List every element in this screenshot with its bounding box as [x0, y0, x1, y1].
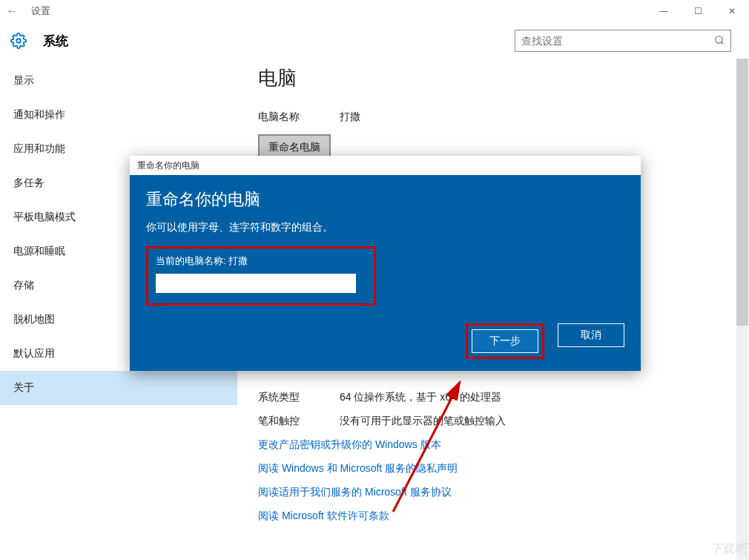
- maximize-button[interactable]: ☐: [681, 0, 715, 22]
- search-icon: [714, 35, 725, 47]
- section-title: 系统: [43, 33, 68, 50]
- pc-name-label: 电脑名称: [258, 111, 340, 124]
- rename-dialog: 重命名你的电脑 重命名你的电脑 你可以使用字母、连字符和数字的组合。 当前的电脑…: [130, 156, 641, 371]
- page-title: 电脑: [258, 65, 728, 91]
- link-0[interactable]: 更改产品密钥或升级你的 Windows 版本: [258, 438, 728, 452]
- svg-line-2: [722, 42, 724, 44]
- minimize-button[interactable]: —: [647, 0, 681, 22]
- pen-touch-label: 笔和触控: [258, 415, 340, 428]
- sidebar-item-1[interactable]: 通知和操作: [0, 98, 237, 132]
- dialog-titlebar: 重命名你的电脑: [130, 156, 641, 175]
- search-input[interactable]: [521, 35, 714, 47]
- cancel-button[interactable]: 取消: [558, 323, 624, 347]
- back-button[interactable]: ←: [6, 4, 18, 18]
- pc-name-value: 打撒: [340, 111, 360, 124]
- link-3[interactable]: 阅读 Microsoft 软件许可条款: [258, 510, 728, 523]
- sidebar-item-9[interactable]: 关于: [0, 371, 237, 405]
- scrollbar-thumb[interactable]: [736, 59, 748, 326]
- system-type-label: 系统类型: [258, 391, 340, 404]
- sidebar-item-0[interactable]: 显示: [0, 64, 237, 98]
- input-highlight: 当前的电脑名称: 打撒: [146, 246, 376, 306]
- scrollbar[interactable]: [736, 59, 748, 560]
- search-box[interactable]: [515, 30, 731, 52]
- svg-point-0: [16, 39, 21, 43]
- dialog-heading: 重命名你的电脑: [146, 188, 624, 211]
- close-button[interactable]: ✕: [715, 0, 749, 22]
- link-2[interactable]: 阅读适用于我们服务的 Microsoft 服务协议: [258, 486, 728, 499]
- link-1[interactable]: 阅读 Windows 和 Microsoft 服务的隐私声明: [258, 462, 728, 475]
- gear-icon: [10, 33, 27, 49]
- pen-touch-value: 没有可用于此显示器的笔或触控输入: [340, 415, 506, 428]
- new-name-input[interactable]: [156, 274, 356, 293]
- window-title: 设置: [31, 4, 50, 18]
- current-name-label: 当前的电脑名称: 打撒: [156, 254, 366, 268]
- system-type-value: 64 位操作系统，基于 x64 的处理器: [340, 391, 501, 404]
- next-button[interactable]: 下一步: [472, 329, 538, 353]
- svg-point-1: [716, 36, 722, 42]
- dialog-description: 你可以使用字母、连字符和数字的组合。: [146, 221, 624, 234]
- next-button-highlight: 下一步: [466, 323, 544, 359]
